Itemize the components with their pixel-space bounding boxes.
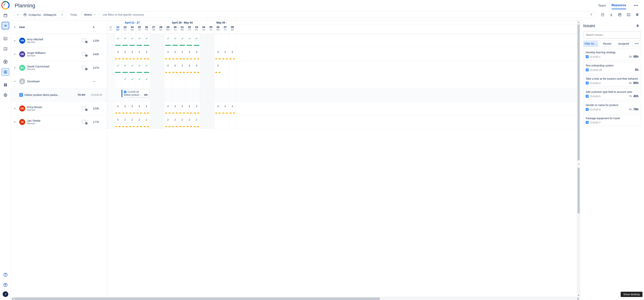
calendar-cell[interactable] xyxy=(157,34,164,47)
filter-tab-assigned[interactable]: Assigned xyxy=(616,41,631,47)
date-range-display[interactable]: 21/Apr/24 - 25/May/24 xyxy=(21,11,58,18)
row-expand[interactable] xyxy=(14,108,17,109)
calendar-cell[interactable]: 4 xyxy=(186,61,193,74)
calendar-cell[interactable] xyxy=(179,75,186,88)
calendar-cell[interactable]: 4 xyxy=(179,102,186,115)
day-header-cell[interactable]: 24WE xyxy=(129,25,136,34)
issue-card[interactable]: Package equipment for travel ✓ CLOUD-7 xyxy=(583,115,641,126)
calendar-cell[interactable]: 4 xyxy=(179,61,186,74)
calendar-cell[interactable]: 2 xyxy=(172,115,179,129)
nav-calendar[interactable] xyxy=(2,12,9,19)
calendar-cell[interactable]: 3 xyxy=(179,48,186,61)
capacity-icon[interactable]: ⊘ xyxy=(82,106,87,111)
nav-help[interactable] xyxy=(2,271,9,278)
row-expand[interactable] xyxy=(14,40,17,42)
calendar-cell[interactable] xyxy=(214,75,222,88)
calendar-cell[interactable] xyxy=(114,75,122,88)
calendar-cell[interactable] xyxy=(186,75,193,88)
calendar-cell[interactable] xyxy=(208,34,214,47)
calendar-cell[interactable]: 3 xyxy=(114,48,122,61)
calendar-cell[interactable] xyxy=(164,34,172,47)
nav-idea[interactable] xyxy=(2,281,9,289)
calendar-cell[interactable] xyxy=(172,34,179,47)
nav-settings[interactable] xyxy=(2,91,9,99)
calendar-cell[interactable] xyxy=(214,34,222,47)
calendar-cell[interactable] xyxy=(229,75,236,88)
calendar-cell[interactable] xyxy=(200,75,208,88)
calendar-cell[interactable] xyxy=(222,61,229,74)
day-header-cell[interactable]: 22MO xyxy=(114,25,122,34)
calendar-cell[interactable] xyxy=(107,102,114,115)
calendar-cell[interactable]: 3 xyxy=(136,48,143,61)
day-header-cell[interactable]: 25TH xyxy=(136,25,143,34)
day-header-cell[interactable]: 02TH xyxy=(186,25,193,34)
calendar-cell[interactable]: 3 xyxy=(193,48,200,61)
day-header-cell[interactable]: 01WE xyxy=(179,25,186,34)
task-card[interactable]: ✓CLOUD-28Deliver product ...16h xyxy=(122,90,150,97)
calendar-cell[interactable] xyxy=(143,61,150,74)
calendar-cell[interactable]: 3 xyxy=(222,48,229,61)
capacity-icon[interactable]: ⊘ xyxy=(82,52,87,56)
calendar-cell[interactable]: 4 xyxy=(193,61,200,74)
calendar-cell[interactable] xyxy=(143,75,150,88)
calendar-cell[interactable] xyxy=(157,75,164,88)
calendar-cell[interactable]: 4 xyxy=(143,102,150,115)
calendar-cell[interactable] xyxy=(122,75,129,88)
expand-all[interactable] xyxy=(14,26,17,28)
calendar-cell[interactable]: 2 xyxy=(179,115,186,129)
calendar-cell[interactable] xyxy=(179,34,186,47)
nav-apps[interactable] xyxy=(2,81,9,89)
calendar-cell[interactable]: 3 xyxy=(172,48,179,61)
calendar-cell[interactable] xyxy=(157,48,164,61)
nav-reports[interactable] xyxy=(2,35,9,42)
calendar-cell[interactable] xyxy=(208,48,214,61)
calendar-cell[interactable] xyxy=(214,115,222,129)
calendar-cell[interactable]: 4 xyxy=(164,102,172,115)
calendar-cell[interactable] xyxy=(122,34,129,47)
calendar-cell[interactable]: 5 xyxy=(114,115,122,129)
calendar-cell[interactable] xyxy=(136,75,143,88)
calendar-cell[interactable]: 4 xyxy=(229,102,236,115)
horizontal-scrollbar[interactable]: ◀ ▶ xyxy=(11,297,580,300)
edit-button[interactable] xyxy=(616,11,623,18)
calendar-cell[interactable] xyxy=(200,48,208,61)
calendar-cell[interactable]: 3 xyxy=(122,48,129,61)
calendar-cell[interactable]: 2 xyxy=(186,115,193,129)
calendar-cell[interactable] xyxy=(193,75,200,88)
calendar-cell[interactable]: 4 xyxy=(122,102,129,115)
day-header-cell[interactable]: 23TU xyxy=(122,25,129,34)
calendar-cell[interactable] xyxy=(150,48,157,61)
calendar-cell[interactable] xyxy=(150,115,157,129)
calendar-cell[interactable]: 3 xyxy=(214,48,222,61)
calendar-cell[interactable]: 4 xyxy=(186,102,193,115)
calendar-cell[interactable]: 2 xyxy=(122,115,129,129)
nav-team[interactable] xyxy=(2,58,9,66)
calendar-cell[interactable] xyxy=(157,61,164,74)
tab-team[interactable]: Team xyxy=(598,2,606,9)
calendar-cell[interactable]: 4 xyxy=(114,102,122,115)
calendar-cell[interactable] xyxy=(136,61,143,74)
calendar-cell[interactable] xyxy=(186,34,193,47)
calendar-cell[interactable] xyxy=(143,34,150,47)
tab-resource[interactable]: Resource xyxy=(612,2,626,9)
day-header-cell[interactable]: 21SU xyxy=(107,25,114,34)
calendar-cell[interactable] xyxy=(208,102,214,115)
calendar-cell[interactable] xyxy=(164,75,172,88)
panel-settings[interactable] xyxy=(634,23,641,29)
issue-card[interactable]: Test onboarding system ✓ CLOUD-26 0h xyxy=(583,62,641,74)
calendar-cell[interactable]: 4 xyxy=(136,102,143,115)
calendar-cell[interactable]: 4 xyxy=(172,61,179,74)
calendar-cell[interactable]: 3 xyxy=(129,48,136,61)
row-expand[interactable] xyxy=(14,67,17,69)
prev-range-button[interactable] xyxy=(14,11,21,18)
header-more[interactable]: ••• xyxy=(632,3,640,9)
calendar-cell[interactable] xyxy=(208,61,214,74)
calendar-cell[interactable] xyxy=(114,34,122,47)
issue-search-input[interactable] xyxy=(583,31,641,39)
calendar-cell[interactable] xyxy=(150,61,157,74)
calendar-cell[interactable]: 4 xyxy=(164,61,172,74)
calendar-cell[interactable]: 4 xyxy=(172,102,179,115)
filter-tab-recent[interactable]: Recent xyxy=(600,41,615,47)
download-button[interactable] xyxy=(608,11,615,18)
calendar-cell[interactable]: 2 xyxy=(164,115,172,129)
